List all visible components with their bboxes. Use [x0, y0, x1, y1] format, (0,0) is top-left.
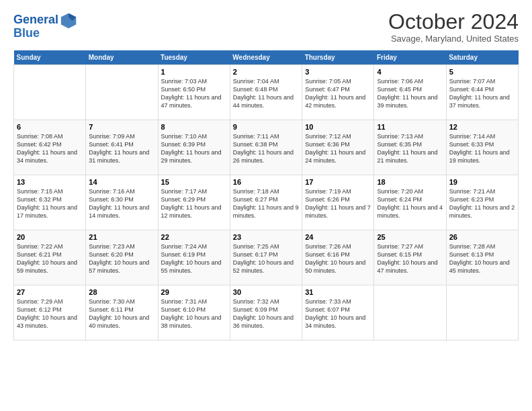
day-cell: 11Sunrise: 7:13 AMSunset: 6:35 PMDayligh…	[374, 120, 446, 175]
weekday-header-monday: Monday	[86, 50, 158, 65]
day-cell: 31Sunrise: 7:33 AMSunset: 6:07 PMDayligh…	[302, 285, 374, 340]
day-info: Sunrise: 7:23 AMSunset: 6:20 PMDaylight:…	[89, 242, 154, 275]
logo: General Blue	[13, 11, 79, 40]
day-number: 22	[161, 233, 227, 241]
logo-text2: Blue	[13, 27, 40, 40]
day-info: Sunrise: 7:25 AMSunset: 6:17 PMDaylight:…	[233, 242, 299, 275]
day-cell: 19Sunrise: 7:21 AMSunset: 6:23 PMDayligh…	[446, 175, 518, 230]
day-cell: 23Sunrise: 7:25 AMSunset: 6:17 PMDayligh…	[230, 230, 302, 285]
day-info: Sunrise: 7:03 AMSunset: 6:50 PMDaylight:…	[161, 77, 227, 110]
day-number: 23	[233, 233, 299, 241]
week-row-4: 20Sunrise: 7:22 AMSunset: 6:21 PMDayligh…	[14, 230, 519, 285]
day-cell: 2Sunrise: 7:04 AMSunset: 6:48 PMDaylight…	[230, 65, 302, 120]
day-info: Sunrise: 7:15 AMSunset: 6:32 PMDaylight:…	[17, 187, 83, 220]
day-cell: 29Sunrise: 7:31 AMSunset: 6:10 PMDayligh…	[158, 285, 230, 340]
day-number: 9	[233, 123, 299, 131]
day-number: 16	[233, 178, 299, 186]
day-number: 12	[449, 123, 515, 131]
day-number: 15	[161, 178, 227, 186]
title-block: October 2024 Savage, Maryland, United St…	[388, 11, 519, 44]
day-cell: 12Sunrise: 7:14 AMSunset: 6:33 PMDayligh…	[446, 120, 518, 175]
day-info: Sunrise: 7:30 AMSunset: 6:11 PMDaylight:…	[89, 298, 154, 330]
day-number: 28	[89, 288, 154, 296]
day-info: Sunrise: 7:26 AMSunset: 6:16 PMDaylight:…	[305, 242, 371, 275]
day-cell	[446, 285, 518, 340]
day-cell: 14Sunrise: 7:16 AMSunset: 6:30 PMDayligh…	[86, 175, 158, 230]
day-number: 1	[161, 68, 227, 76]
week-row-3: 13Sunrise: 7:15 AMSunset: 6:32 PMDayligh…	[14, 175, 519, 230]
day-number: 17	[305, 178, 371, 186]
day-number: 11	[377, 123, 443, 131]
day-number: 2	[233, 68, 299, 76]
day-number: 5	[449, 68, 515, 76]
weekday-header-thursday: Thursday	[302, 50, 374, 65]
day-info: Sunrise: 7:24 AMSunset: 6:19 PMDaylight:…	[161, 242, 227, 275]
day-number: 30	[233, 288, 299, 296]
day-number: 4	[377, 68, 443, 76]
day-info: Sunrise: 7:08 AMSunset: 6:42 PMDaylight:…	[17, 132, 83, 165]
day-number: 21	[89, 233, 154, 241]
month-title: October 2024	[388, 11, 519, 32]
day-cell: 13Sunrise: 7:15 AMSunset: 6:32 PMDayligh…	[14, 175, 86, 230]
day-info: Sunrise: 7:29 AMSunset: 6:12 PMDaylight:…	[17, 298, 83, 330]
location: Savage, Maryland, United States	[388, 34, 519, 44]
day-info: Sunrise: 7:16 AMSunset: 6:30 PMDaylight:…	[89, 187, 154, 220]
day-info: Sunrise: 7:28 AMSunset: 6:13 PMDaylight:…	[449, 242, 515, 275]
day-info: Sunrise: 7:27 AMSunset: 6:15 PMDaylight:…	[377, 242, 443, 275]
day-info: Sunrise: 7:09 AMSunset: 6:41 PMDaylight:…	[89, 132, 154, 165]
day-info: Sunrise: 7:13 AMSunset: 6:35 PMDaylight:…	[377, 132, 443, 165]
week-row-1: 1Sunrise: 7:03 AMSunset: 6:50 PMDaylight…	[14, 65, 519, 120]
day-cell: 5Sunrise: 7:07 AMSunset: 6:44 PMDaylight…	[446, 65, 518, 120]
day-info: Sunrise: 7:19 AMSunset: 6:26 PMDaylight:…	[305, 187, 371, 220]
week-row-2: 6Sunrise: 7:08 AMSunset: 6:42 PMDaylight…	[14, 120, 519, 175]
day-cell: 26Sunrise: 7:28 AMSunset: 6:13 PMDayligh…	[446, 230, 518, 285]
day-info: Sunrise: 7:31 AMSunset: 6:10 PMDaylight:…	[161, 298, 227, 330]
day-info: Sunrise: 7:12 AMSunset: 6:36 PMDaylight:…	[305, 132, 371, 165]
weekday-header-saturday: Saturday	[446, 50, 518, 65]
day-cell: 25Sunrise: 7:27 AMSunset: 6:15 PMDayligh…	[374, 230, 446, 285]
day-number: 8	[161, 123, 227, 131]
day-cell: 9Sunrise: 7:11 AMSunset: 6:38 PMDaylight…	[230, 120, 302, 175]
day-number: 24	[305, 233, 371, 241]
day-info: Sunrise: 7:10 AMSunset: 6:39 PMDaylight:…	[161, 132, 227, 165]
day-cell: 1Sunrise: 7:03 AMSunset: 6:50 PMDaylight…	[158, 65, 230, 120]
day-cell: 30Sunrise: 7:32 AMSunset: 6:09 PMDayligh…	[230, 285, 302, 340]
weekday-header-row: SundayMondayTuesdayWednesdayThursdayFrid…	[14, 50, 519, 65]
day-number: 14	[89, 178, 154, 186]
weekday-header-wednesday: Wednesday	[230, 50, 302, 65]
day-info: Sunrise: 7:17 AMSunset: 6:29 PMDaylight:…	[161, 187, 227, 220]
day-cell: 20Sunrise: 7:22 AMSunset: 6:21 PMDayligh…	[14, 230, 86, 285]
week-row-5: 27Sunrise: 7:29 AMSunset: 6:12 PMDayligh…	[14, 285, 519, 340]
day-cell: 27Sunrise: 7:29 AMSunset: 6:12 PMDayligh…	[14, 285, 86, 340]
header: General Blue October 2024 Savage, Maryla…	[13, 11, 519, 44]
day-number: 29	[161, 288, 227, 296]
day-cell: 15Sunrise: 7:17 AMSunset: 6:29 PMDayligh…	[158, 175, 230, 230]
calendar-table: SundayMondayTuesdayWednesdayThursdayFrid…	[13, 50, 519, 340]
day-number: 20	[17, 233, 83, 241]
day-cell: 24Sunrise: 7:26 AMSunset: 6:16 PMDayligh…	[302, 230, 374, 285]
day-info: Sunrise: 7:05 AMSunset: 6:47 PMDaylight:…	[305, 77, 371, 110]
day-number: 13	[17, 178, 83, 186]
day-info: Sunrise: 7:33 AMSunset: 6:07 PMDaylight:…	[305, 298, 371, 330]
day-number: 26	[449, 233, 515, 241]
day-cell	[374, 285, 446, 340]
weekday-header-friday: Friday	[374, 50, 446, 65]
logo-text: General	[13, 13, 58, 27]
day-cell	[14, 65, 86, 120]
day-cell: 10Sunrise: 7:12 AMSunset: 6:36 PMDayligh…	[302, 120, 374, 175]
day-cell: 16Sunrise: 7:18 AMSunset: 6:27 PMDayligh…	[230, 175, 302, 230]
page: General Blue October 2024 Savage, Maryla…	[0, 0, 532, 411]
day-info: Sunrise: 7:32 AMSunset: 6:09 PMDaylight:…	[233, 298, 299, 330]
day-cell: 7Sunrise: 7:09 AMSunset: 6:41 PMDaylight…	[86, 120, 158, 175]
day-cell: 21Sunrise: 7:23 AMSunset: 6:20 PMDayligh…	[86, 230, 158, 285]
day-number: 31	[305, 288, 371, 296]
day-info: Sunrise: 7:20 AMSunset: 6:24 PMDaylight:…	[377, 187, 443, 220]
logo-icon	[60, 11, 79, 30]
weekday-header-sunday: Sunday	[14, 50, 86, 65]
day-cell: 6Sunrise: 7:08 AMSunset: 6:42 PMDaylight…	[14, 120, 86, 175]
svg-marker-0	[61, 13, 76, 28]
day-info: Sunrise: 7:11 AMSunset: 6:38 PMDaylight:…	[233, 132, 299, 165]
day-info: Sunrise: 7:14 AMSunset: 6:33 PMDaylight:…	[449, 132, 515, 165]
day-cell: 28Sunrise: 7:30 AMSunset: 6:11 PMDayligh…	[86, 285, 158, 340]
day-info: Sunrise: 7:22 AMSunset: 6:21 PMDaylight:…	[17, 242, 83, 275]
